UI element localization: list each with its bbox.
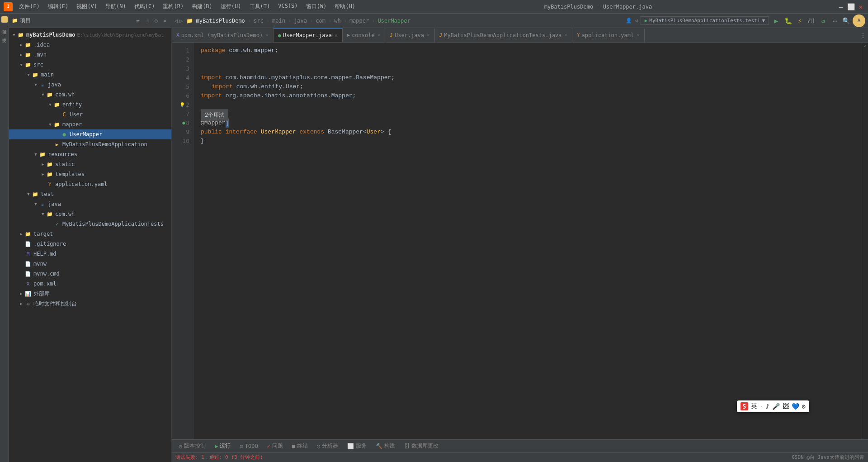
apply-changes-button[interactable]: ↺ (819, 16, 828, 25)
tab-db-changes[interactable]: 🗄 数据库更改 (401, 441, 442, 451)
tab-build[interactable]: 🔨 构建 (372, 441, 399, 451)
sync-button[interactable]: ⇄ (134, 17, 142, 24)
sogou-music-icon[interactable]: ♪ (765, 403, 769, 410)
menu-view[interactable]: 视图(V) (73, 2, 101, 11)
navigate-back-icon[interactable]: ◁ (635, 18, 638, 24)
tree-gitignore[interactable]: 📄 .gitignore (9, 239, 171, 249)
minimize-button[interactable]: — (837, 3, 844, 10)
bulb-gutter-icon[interactable]: 💡 (179, 100, 185, 110)
tree-temp-files[interactable]: ▶ ⚙ 临时文件和控制台 (9, 299, 171, 309)
sogou-mic-icon[interactable]: 🎤 (772, 403, 780, 410)
tree-mvnw[interactable]: 📄 mvnw (9, 259, 171, 269)
tree-testcomwh[interactable]: ▼ 📁 com.wh (9, 209, 171, 219)
tree-mvnwcmd[interactable]: 📄 mvnw.cmd (9, 269, 171, 279)
menu-tools[interactable]: 工具(T) (246, 2, 274, 11)
tab-pomxml[interactable]: X pom.xml (myBatisPlusDemo) × (172, 28, 274, 43)
right-status-text: GSDN @向 Java大佬前进的阿青 (792, 454, 864, 461)
tree-apptests[interactable]: ✓ MyBatisPlusDemoApplicationTests (9, 219, 171, 229)
user-avatar[interactable]: A (853, 14, 865, 27)
tree-external-libs[interactable]: ▶ 📊 外部库 (9, 289, 171, 299)
tree-java[interactable]: ▼ ☕ java (9, 80, 171, 90)
tree-root[interactable]: ▼ 📁 myBatisPlusDemo E:\study\Web\Spring\… (9, 30, 171, 40)
sogou-settings-icon[interactable]: ⚙ (802, 403, 806, 410)
tree-user-class[interactable]: C User (9, 110, 171, 119)
tree-src[interactable]: ▼ 📁 src (9, 60, 171, 70)
console-tab-close[interactable]: × (377, 32, 381, 38)
tree-templates[interactable]: ▶ 📁 templates (9, 169, 171, 179)
userjava-tab-close[interactable]: × (427, 32, 430, 38)
hide-button[interactable]: × (161, 17, 169, 24)
apptests-tab-close[interactable]: × (564, 32, 567, 38)
tree-pomxml[interactable]: X pom.xml (9, 279, 171, 289)
tab-apptests[interactable]: J MyBatisPlusDemoApplicationTests.java × (435, 28, 572, 43)
account-icon[interactable]: 👤 (626, 18, 632, 24)
tab-problems[interactable]: ✓ 问题 (264, 441, 287, 451)
tab-appyaml[interactable]: Y application.yaml × (572, 28, 645, 43)
debug-button[interactable]: 🐛 (783, 16, 793, 25)
tree-entity[interactable]: ▼ 📁 entity (9, 100, 171, 110)
tab-userjava[interactable]: J User.java × (385, 28, 434, 43)
sogou-skin-icon[interactable]: 🖼 (783, 403, 789, 410)
tab-console[interactable]: ▶ console × (343, 28, 386, 43)
settings-button[interactable]: ⚙ (152, 17, 160, 24)
tab-todo[interactable]: ☑ TODO (236, 442, 261, 450)
project-icon[interactable] (1, 16, 8, 23)
tab-services[interactable]: ⬜ 服务 (344, 441, 370, 451)
tree-main[interactable]: ▼ 📁 main (9, 70, 171, 80)
tree-test[interactable]: ▼ 📁 test (9, 189, 171, 199)
tree-springapp[interactable]: ▶ MyBatisPlusDemoApplication (9, 139, 171, 149)
tree-mapper[interactable]: ▼ 📁 mapper (9, 119, 171, 129)
run-config-selector[interactable]: ▶ MyBatisPlusDemoApplicationTests.test1 … (641, 16, 769, 25)
breadcrumb-project[interactable]: myBatisPlusDemo (196, 18, 245, 24)
usermapper-tab-close[interactable]: × (335, 33, 338, 38)
project-label[interactable]: 项目 (1, 24, 8, 28)
menu-refactor[interactable]: 重构(R) (159, 2, 187, 11)
tabs-more-button[interactable]: ⋮ (860, 32, 866, 39)
run-button[interactable]: ▶ (772, 16, 781, 25)
maximize-button[interactable]: ⬜ (847, 3, 854, 10)
forward-button[interactable]: ▷ (179, 18, 183, 24)
menu-edit[interactable]: 编辑(E) (44, 2, 72, 11)
tree-static[interactable]: ▶ 📁 static (9, 159, 171, 169)
pomxml-tab-close[interactable]: × (265, 32, 269, 38)
tree-helpmd[interactable]: M HELP.md (9, 249, 171, 259)
menu-vcs[interactable]: VCS(S) (274, 2, 301, 11)
menu-code[interactable]: 代码(C) (131, 2, 159, 11)
tab-version-control[interactable]: ◷ 版本控制 (175, 441, 209, 451)
menu-run[interactable]: 运行(U) (217, 2, 245, 11)
menu-help[interactable]: 帮助(H) (331, 2, 359, 11)
tab-usermapper[interactable]: ● UserMapper.java × (274, 28, 343, 43)
coverage-button[interactable]: ⛙ (807, 16, 816, 25)
menu-window[interactable]: 窗口(W) (302, 2, 330, 11)
back-button[interactable]: ◁ (175, 18, 178, 24)
tree-comwh[interactable]: ▼ 📁 com.wh (9, 90, 171, 100)
tree-mvn[interactable]: ▶ 📁 .mvn (9, 50, 171, 60)
profile-button[interactable]: ⚡ (795, 16, 804, 25)
tab-run[interactable]: ▶ 运行 (211, 441, 234, 451)
commit-label[interactable]: 提交 (1, 34, 7, 36)
search-button[interactable]: 🔍 (842, 17, 850, 24)
menu-nav[interactable]: 导航(N) (102, 2, 130, 11)
tab-terminal[interactable]: ■ 终结 (288, 441, 311, 451)
menu-file[interactable]: 文件(F) (15, 2, 43, 11)
tree-appyaml[interactable]: Y application.yaml (9, 179, 171, 189)
usage-tooltip: 2个用法 (201, 110, 228, 121)
sogou-heart-icon[interactable]: 💙 (792, 403, 799, 410)
usermapper-tab-icon: ● (278, 33, 281, 38)
sogou-english[interactable]: 英 (751, 402, 757, 410)
tree-resources[interactable]: ▼ 📁 resources (9, 149, 171, 159)
appyaml-tab-close[interactable]: × (637, 32, 640, 38)
collapse-button[interactable]: ≡ (143, 17, 151, 24)
tree-usermapper[interactable]: ● UserMapper (9, 129, 171, 139)
close-button[interactable]: ✕ (857, 3, 864, 10)
sogou-floating-toolbar[interactable]: S 英 · ♪ 🎤 🖼 💙 ⚙ (737, 400, 809, 412)
tree-testjava[interactable]: ▼ ☕ java (9, 199, 171, 209)
code-editor[interactable]: package com.wh.mapper; import com.baomid… (193, 43, 862, 439)
tree-target[interactable]: ▶ 📁 target (9, 229, 171, 239)
more-run-button[interactable]: ⋯ (830, 16, 840, 25)
divider (1, 31, 8, 31)
impl-gutter-icon[interactable]: ● (182, 119, 185, 128)
tree-idea[interactable]: ▶ 📁 .idea (9, 40, 171, 50)
tab-profiler[interactable]: ◎ 分析器 (313, 441, 342, 451)
menu-build[interactable]: 构建(B) (188, 2, 216, 11)
